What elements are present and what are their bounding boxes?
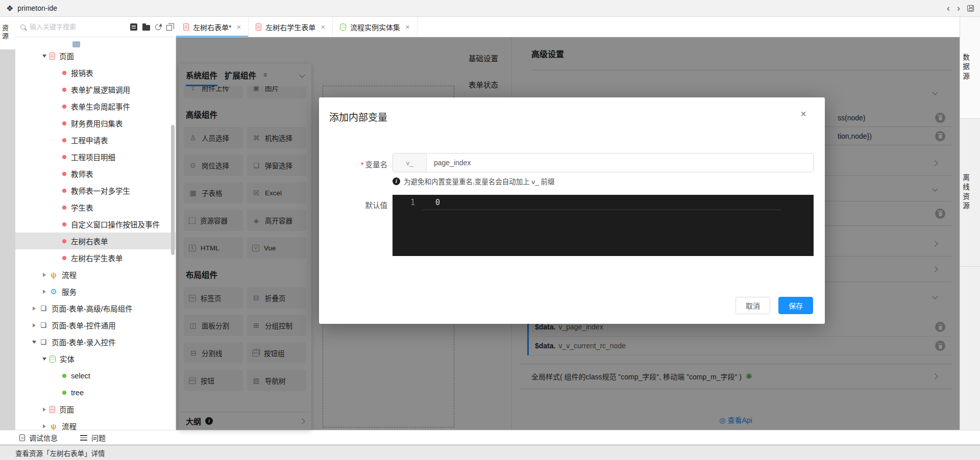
save-layout-icon[interactable] — [967, 5, 974, 12]
tree-item[interactable]: 教师表 — [15, 165, 176, 182]
tree-item-icon — [62, 155, 66, 159]
editor-tab-bar: 左树右表单* × 左树右学生表单 × 流程实例实体集 × — [176, 17, 960, 37]
tree-item[interactable]: 实体 — [15, 350, 176, 367]
tree-item[interactable]: 服务 — [15, 283, 176, 300]
tree-item[interactable]: 页面-表单-控件通用 — [15, 317, 176, 334]
tree-item-label: tree — [71, 389, 84, 397]
tree-item-icon — [62, 88, 66, 92]
tree-item-icon — [62, 71, 66, 75]
tree-item[interactable]: 财务费用归集表 — [15, 115, 176, 132]
dialog-title: 添加内部变量 — [329, 110, 387, 123]
tab-label: 流程实例实体集 — [350, 22, 400, 32]
editor-tab[interactable]: 左树右表单* × — [176, 17, 249, 37]
search-icon — [20, 24, 26, 30]
history-forward-icon[interactable]: › — [957, 4, 960, 13]
tree-item-label: 报销表 — [71, 67, 93, 78]
tree-item-icon — [62, 138, 66, 142]
tree-item-icon — [62, 206, 66, 210]
tree-item-label: 页面-表单-录入控件 — [52, 337, 116, 347]
code-text: 0 — [435, 198, 440, 209]
expand-arrow-icon[interactable] — [43, 407, 46, 412]
tree-item[interactable]: 报销表 — [15, 64, 176, 81]
tree-item[interactable]: 表单生命周起事件 — [15, 98, 176, 115]
tree-scrollbar[interactable] — [171, 125, 175, 255]
tree-item-icon — [62, 374, 66, 378]
debug-bar-item[interactable]: 问题 — [80, 432, 106, 443]
tree-item[interactable]: 表单扩展逻辑调用 — [15, 81, 176, 98]
tree-item-icon — [50, 406, 55, 413]
expand-arrow-icon[interactable] — [42, 357, 46, 361]
tree-item-icon — [62, 121, 66, 125]
right-strip-tab[interactable]: 离线资源 — [960, 119, 980, 267]
tree-item-label: 工程项目明细 — [71, 151, 115, 162]
tree-item-label: 表单生命周起事件 — [71, 101, 130, 112]
tab-close-icon[interactable]: × — [321, 23, 325, 31]
save-button[interactable]: 保存 — [778, 297, 813, 314]
close-icon[interactable]: × — [800, 109, 806, 119]
tab-label: 左树右学生表单 — [265, 22, 315, 32]
tree-item[interactable]: 左树右学生表单 — [15, 249, 176, 266]
tree-item[interactable]: 自定义窗口操作按钮及事件 — [15, 216, 176, 233]
variable-name-input[interactable] — [427, 154, 813, 172]
expand-arrow-icon[interactable] — [33, 323, 36, 327]
refresh-icon[interactable] — [154, 22, 163, 31]
tree-item-icon — [50, 271, 58, 279]
tree-item-label: 左树右学生表单 — [71, 252, 123, 263]
tree-item-icon — [39, 338, 47, 346]
tree-item[interactable]: 流程 — [15, 266, 176, 283]
tree-item-icon — [62, 105, 66, 109]
debug-bar-item[interactable]: 调试信息 — [19, 432, 58, 443]
new-folder-icon[interactable] — [142, 25, 150, 31]
tree-item[interactable]: 工程申请表 — [15, 132, 176, 148]
tree-item[interactable]: 学生表 — [15, 199, 176, 216]
tree-item-label: 财务费用归集表 — [71, 118, 123, 129]
add-variable-dialog: 添加内部变量 × *变量名 v_ i 为避免和内置变量重名,变量名会自动加上 v… — [319, 97, 825, 324]
tree-item-icon — [50, 355, 56, 363]
tree-item-icon — [62, 239, 66, 243]
app-window: ❖ primeton-ide ‹ › 资源 左树右表单* × — [0, 0, 980, 460]
collapse-all-icon[interactable] — [166, 25, 172, 31]
tab-file-icon — [256, 23, 261, 31]
clipped-tree-row — [15, 37, 176, 47]
tree-item[interactable]: 页面-表单-录入控件 — [15, 334, 176, 350]
tree-item-label: 左树右表单 — [71, 236, 108, 246]
tree-item[interactable]: 页面-表单-高级/布局组件 — [15, 300, 176, 317]
right-strip-tab[interactable]: 数据源 — [960, 17, 980, 119]
editor-tab[interactable]: 左树右学生表单 × — [249, 17, 333, 37]
editor-tab[interactable]: 流程实例实体集 × — [333, 17, 418, 37]
tab-label: 左树右表单* — [193, 22, 231, 32]
expand-arrow-icon[interactable] — [32, 341, 36, 344]
tree-item[interactable]: 页面 — [15, 401, 176, 418]
tab-close-icon[interactable]: × — [236, 23, 241, 31]
expand-arrow-icon[interactable] — [43, 424, 46, 428]
debug-bar-item-icon — [19, 435, 25, 441]
tree-item[interactable]: select — [15, 367, 176, 384]
tab-close-icon[interactable]: × — [405, 23, 410, 31]
tree-item[interactable]: 工程项目明细 — [15, 148, 176, 165]
cancel-button[interactable]: 取消 — [736, 297, 770, 314]
tree-item-icon — [62, 222, 66, 226]
tree-item[interactable]: 页面 — [15, 47, 176, 64]
status-text: 查看资源「左树右表单」详情 — [15, 448, 105, 458]
resources-strip-tab[interactable]: 资源 — [0, 17, 15, 49]
expand-arrow-icon[interactable] — [42, 55, 46, 58]
tree-item[interactable]: tree — [15, 384, 176, 401]
history-back-icon[interactable]: ‹ — [947, 4, 950, 13]
primeton-logo-icon: ❖ — [6, 4, 13, 13]
default-value-code-editor[interactable]: 1 0 — [393, 195, 814, 256]
expand-arrow-icon[interactable] — [33, 306, 36, 311]
expand-arrow-icon[interactable] — [43, 273, 46, 277]
left-activity-strip: 资源 — [0, 17, 15, 430]
expand-arrow-icon[interactable] — [43, 290, 46, 294]
search-input[interactable] — [30, 23, 126, 31]
tree-item[interactable]: 左树右表单 — [15, 233, 176, 249]
page-wizard-icon[interactable] — [130, 23, 137, 31]
tree-item[interactable]: 流程 — [15, 418, 176, 430]
tree-item-label: 页面-表单-高级/布局组件 — [52, 303, 133, 314]
tree-item[interactable]: 教师表一对多学生 — [15, 182, 176, 199]
tree-item-label: 学生表 — [71, 202, 93, 213]
tab-file-icon — [340, 23, 346, 31]
tree-item-label: 流程 — [62, 421, 77, 430]
line-number: 1 — [393, 198, 421, 209]
tree-item-icon — [62, 391, 66, 395]
